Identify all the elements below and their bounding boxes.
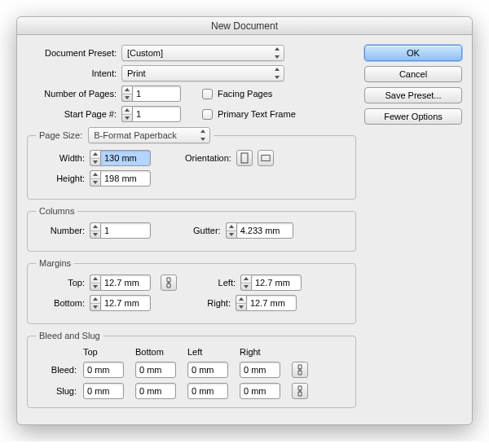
start-page-stepper[interactable] [121, 106, 181, 122]
columns-number-stepper[interactable] [90, 222, 151, 239]
slug-left-input[interactable] [187, 383, 228, 399]
width-input[interactable] [100, 150, 151, 166]
svg-rect-1 [262, 156, 270, 161]
margin-left-stepper[interactable] [240, 275, 302, 291]
height-label: Height: [36, 173, 85, 183]
col-left: Left [187, 347, 233, 357]
primary-text-frame-label: Primary Text Frame [218, 109, 296, 119]
margin-left-label: Left: [206, 278, 236, 288]
margin-bottom-label: Bottom: [36, 298, 85, 308]
margin-right-label: Right: [201, 298, 231, 308]
cancel-button[interactable]: Cancel [364, 66, 462, 82]
gutter-label: Gutter: [193, 226, 221, 235]
col-bottom: Bottom [135, 347, 181, 357]
columns-legend: Columns [36, 206, 77, 216]
bleed-slug-group: Bleed and Slug Top Bottom Left Right Ble… [27, 331, 356, 408]
facing-pages-checkbox[interactable] [202, 89, 213, 99]
page-size-group: Page Size: B-Format Paperback Width: Ori… [27, 127, 356, 200]
svg-rect-0 [241, 153, 248, 163]
width-stepper[interactable] [90, 150, 151, 166]
document-preset-label: Document Preset: [27, 48, 117, 58]
fewer-options-button[interactable]: Fewer Options [364, 108, 462, 125]
margin-top-stepper[interactable] [90, 275, 151, 291]
bleed-right-input[interactable] [240, 362, 280, 378]
margin-right-input[interactable] [246, 295, 297, 311]
link-bleed-icon[interactable] [292, 362, 308, 378]
gutter-stepper[interactable] [226, 222, 293, 239]
ok-button[interactable]: OK [364, 45, 462, 61]
start-page-input[interactable] [132, 106, 181, 122]
bleed-label: Bleed: [36, 365, 77, 375]
intent-dropdown[interactable]: Print [121, 65, 284, 81]
intent-label: Intent: [27, 68, 117, 78]
margin-top-label: Top: [36, 278, 85, 288]
number-of-pages-stepper[interactable] [121, 86, 181, 102]
margin-bottom-input[interactable] [100, 295, 151, 311]
slug-top-input[interactable] [83, 383, 124, 399]
link-margins-icon[interactable] [161, 275, 177, 291]
page-size-legend: Page Size: [39, 130, 82, 140]
primary-text-frame-checkbox[interactable] [202, 109, 213, 120]
height-stepper[interactable] [90, 170, 151, 187]
col-top: Top [83, 347, 129, 357]
facing-pages-label: Facing Pages [218, 89, 272, 99]
margins-group: Margins Top: Left: [27, 258, 356, 324]
slug-label: Slug: [36, 386, 77, 396]
bleed-left-input[interactable] [187, 362, 228, 378]
margin-left-input[interactable] [251, 275, 302, 291]
orientation-landscape-icon[interactable] [258, 150, 274, 166]
number-of-pages-input[interactable] [132, 86, 181, 102]
slug-right-input[interactable] [240, 383, 280, 399]
width-label: Width: [36, 153, 85, 163]
number-of-pages-label: Number of Pages: [27, 89, 117, 99]
margin-right-stepper[interactable] [236, 295, 297, 311]
save-preset-button[interactable]: Save Preset... [364, 87, 462, 103]
height-input[interactable] [100, 170, 151, 187]
columns-group: Columns Number: Gutter: [27, 206, 356, 252]
columns-number-input[interactable] [100, 222, 151, 239]
columns-number-label: Number: [36, 226, 85, 235]
new-document-dialog: New Document Document Preset: [Custom] I… [16, 16, 473, 425]
bleed-bottom-input[interactable] [135, 362, 176, 378]
start-page-label: Start Page #: [27, 109, 117, 119]
bleed-top-input[interactable] [83, 362, 124, 378]
orientation-label: Orientation: [185, 153, 231, 163]
orientation-portrait-icon[interactable] [236, 150, 253, 166]
bleed-slug-legend: Bleed and Slug [36, 331, 104, 340]
margins-legend: Margins [36, 258, 74, 268]
slug-bottom-input[interactable] [135, 383, 176, 399]
window-title: New Document [17, 17, 472, 35]
col-right: Right [240, 347, 285, 357]
margin-top-input[interactable] [100, 275, 151, 291]
page-size-dropdown[interactable]: B-Format Paperback [88, 127, 210, 143]
margin-bottom-stepper[interactable] [90, 295, 151, 311]
document-preset-dropdown[interactable]: [Custom] [121, 45, 284, 61]
link-slug-icon[interactable] [292, 383, 308, 399]
gutter-input[interactable] [236, 222, 293, 239]
